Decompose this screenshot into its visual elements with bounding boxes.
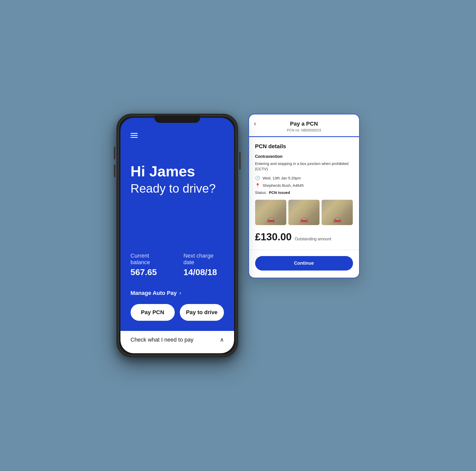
contravention-value: Entering and stopping in a box junction … [255,161,353,172]
evidence-image-2 [288,200,320,225]
current-balance-label: Current balance [131,253,168,266]
evidence-image-1 [255,200,286,225]
outstanding-amount: £130.00 [255,231,292,243]
current-balance-value: 567.65 [131,267,168,277]
location-icon: 📍 [255,183,260,188]
clock-icon: 🕐 [255,176,260,180]
next-charge-label: Next charge date [183,253,224,266]
pcn-back-button[interactable]: ‹ [254,120,256,127]
pcn-panel: ‹ Pay a PCN PCN no. NB000002I3 PCN detai… [248,114,360,278]
evidence-image-3 [322,200,353,225]
balance-row: Current balance 567.65 Next charge date … [131,253,224,277]
next-charge-item: Next charge date 14/08/18 [183,253,224,277]
phone-device: Hi James Ready to drive? Current balance… [116,114,238,357]
continue-button[interactable]: Continue [255,256,353,271]
pcn-footer: Continue [249,256,359,278]
pcn-body: PCN details Contravention Entering and s… [249,137,359,250]
phone-vol-up-button [114,147,115,159]
scene: Hi James Ready to drive? Current balance… [116,114,360,357]
manage-auto-pay-link[interactable]: Manage Auto Pay › [131,290,224,296]
pay-pcn-button[interactable]: Pay PCN [131,304,175,321]
phone-top-bar [131,133,224,138]
pcn-section-title: PCN details [255,143,353,150]
pay-to-drive-button[interactable]: Pay to drive [180,304,224,321]
location-row: 📍 Shepherds Bush, A4645 [255,183,353,188]
phone-screen: Hi James Ready to drive? Current balance… [120,118,234,353]
menu-icon[interactable] [131,133,138,138]
manage-auto-pay-label: Manage Auto Pay [131,290,177,296]
status-row: Status: PCN issued [255,190,353,195]
phone-greeting: Hi James Ready to drive? [131,163,224,253]
phone-shell: Hi James Ready to drive? Current balance… [116,114,238,357]
chevron-up-icon: ∧ [220,337,224,343]
date-row: 🕐 Wed, 13th Jan 5:20pm [255,176,353,180]
status-label: Status: [255,190,267,195]
contravention-label: Contravention [255,154,353,159]
pcn-divider [249,250,359,250]
greeting-subtitle: Ready to drive? [131,182,224,195]
phone-bottom-bar[interactable]: Check what I need to pay ∧ [120,331,234,353]
check-pay-label: Check what I need to pay [131,337,193,343]
outstanding-amount-label: Outstanding amount [295,237,331,241]
pcn-title: Pay a PCN [254,121,354,127]
chevron-right-icon: › [179,290,181,296]
amount-row: £130.00 Outstanding amount [255,231,353,243]
current-balance-item: Current balance 567.65 [131,253,168,277]
phone-buttons-row: Pay PCN Pay to drive [131,304,224,321]
phone-vol-down-button [114,164,115,177]
pcn-number: PCN no. NB000002I3 [254,128,354,132]
date-value: Wed, 13th Jan 5:20pm [263,176,301,180]
location-value: Shepherds Bush, A4645 [263,183,304,188]
phone-notch [154,116,200,123]
greeting-title: Hi James [131,163,224,179]
phone-main-content: Hi James Ready to drive? Current balance… [120,118,234,331]
next-charge-value: 14/08/18 [183,267,224,277]
status-value: PCN issued [269,190,290,195]
phone-power-button [239,152,241,170]
pcn-header: ‹ Pay a PCN PCN no. NB000002I3 [249,114,359,137]
evidence-images-row [255,200,353,225]
pcn-header-divider [249,136,359,137]
